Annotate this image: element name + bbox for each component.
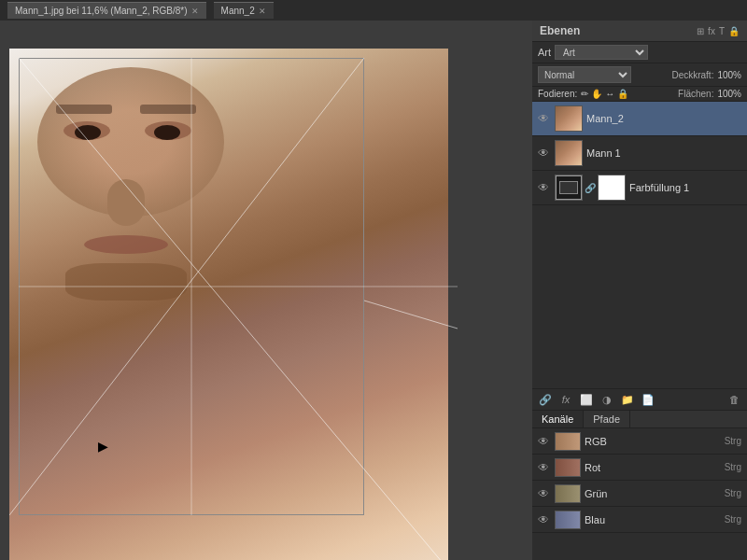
- toolbar-trash-icon[interactable]: 🗑: [726, 392, 741, 407]
- toolbar-fx-icon[interactable]: fx: [558, 392, 573, 407]
- channel-blau[interactable]: 👁 Blau Strg: [532, 507, 747, 533]
- channel-blau-shortcut: Strg: [725, 514, 741, 525]
- tab-mann2[interactable]: Mann_2 ✕: [214, 2, 274, 19]
- channel-rot-shortcut: Strg: [725, 462, 741, 472]
- layer-farbfuellung-thumbs: 🔗: [555, 175, 626, 201]
- fill-icon-brush[interactable]: ✏: [581, 89, 588, 99]
- layers-list: 👁 Mann_2 👁 Mann 1 👁: [532, 102, 747, 388]
- layer-farbfuellung-name: Farbfüllung 1: [629, 182, 741, 193]
- layers-icon-2[interactable]: fx: [708, 26, 715, 36]
- channel-blau-thumb: [555, 511, 581, 529]
- layer-mann2-thumbnail: [556, 106, 582, 131]
- toolbar-link-icon[interactable]: 🔗: [538, 392, 553, 407]
- layer-farbfuellung[interactable]: 👁 🔗 Farbfüllung 1: [532, 171, 747, 205]
- layer-mann1-visibility[interactable]: 👁: [538, 147, 551, 160]
- layers-panel-header: Ebenen ⊞ fx T 🔒: [532, 21, 747, 42]
- layers-icon-t[interactable]: T: [719, 26, 725, 36]
- channels-tabs: Kanäle Pfade: [532, 411, 747, 428]
- channel-rgb-visibility[interactable]: 👁: [538, 435, 551, 448]
- toolbar-adjustment-icon[interactable]: ◑: [599, 392, 614, 407]
- layers-icon-1[interactable]: ⊞: [697, 26, 704, 36]
- canvas-content: ▶: [9, 49, 448, 553]
- layer-farbfuellung-visibility[interactable]: 👁: [538, 181, 551, 194]
- channel-blau-visibility[interactable]: 👁: [538, 513, 551, 526]
- layers-toolbar: 🔗 fx ⬜ ◑ 📁 📄 🗑: [532, 388, 747, 411]
- toolbar-mask-icon[interactable]: ⬜: [579, 392, 594, 407]
- channel-rgb-name: RGB: [585, 436, 721, 447]
- jaw: [65, 263, 187, 301]
- channels-panel: Kanäle Pfade 👁 RGB Strg 👁 Rot Strg 👁: [532, 411, 747, 560]
- mouth: [84, 235, 168, 254]
- channel-gruen-name: Grün: [585, 488, 721, 499]
- layers-panel: Ebenen ⊞ fx T 🔒 Art Art Normal: [532, 21, 747, 411]
- layer-mann1-name: Mann 1: [586, 147, 741, 159]
- layer-mann2-visibility[interactable]: 👁: [538, 112, 551, 125]
- canvas-area[interactable]: ▶: [0, 21, 532, 560]
- layers-header-icons: ⊞ fx T 🔒: [697, 26, 740, 36]
- eyebrow-left: [56, 105, 112, 114]
- layer-mann1-thumbnail: [556, 141, 582, 165]
- channel-gruen[interactable]: 👁 Grün Strg: [532, 481, 747, 507]
- toolbar-new-icon[interactable]: 📄: [641, 392, 655, 407]
- right-panel: Ebenen ⊞ fx T 🔒 Art Art Normal: [532, 21, 747, 560]
- opacity-value: 100%: [717, 70, 741, 80]
- channel-rot-thumb: [555, 458, 581, 477]
- layer-chain-icon: 🔗: [585, 183, 596, 193]
- tab-mann1-label: Mann_1.jpg bei 11,6% (Mann_2, RGB/8*): [15, 6, 188, 16]
- blend-mode-select[interactable]: Normal: [538, 66, 631, 83]
- channel-rot[interactable]: 👁 Rot Strg: [532, 455, 747, 481]
- search-type-select[interactable]: Art: [555, 45, 648, 60]
- channel-gruen-shortcut: Strg: [725, 488, 741, 498]
- layer-farbfuellung-icon: [556, 175, 582, 200]
- search-bar: Art Art: [532, 42, 747, 63]
- channel-blau-name: Blau: [585, 514, 721, 525]
- layers-panel-title: Ebenen: [540, 24, 580, 37]
- fill-icon-move[interactable]: ↔: [605, 89, 614, 99]
- channel-rgb-thumb: [555, 432, 581, 451]
- fill-icon-finger[interactable]: ✋: [591, 89, 602, 99]
- channel-rot-name: Rot: [585, 462, 721, 473]
- channel-rgb[interactable]: 👁 RGB Strg: [532, 428, 747, 455]
- channel-rot-visibility[interactable]: 👁: [538, 461, 551, 474]
- eyebrow-right: [140, 105, 196, 114]
- layer-mann1[interactable]: 👁 Mann 1: [532, 136, 747, 171]
- layers-icon-lock[interactable]: 🔒: [728, 26, 740, 36]
- layer-mann2-name: Mann_2: [586, 113, 741, 124]
- tab-mann2-label: Mann_2: [221, 6, 255, 16]
- fodieren-label: Fodieren:: [538, 89, 577, 99]
- blend-opacity-row: Normal Deckkraft: 100%: [532, 63, 747, 87]
- channels-tab-kanale[interactable]: Kanäle: [532, 411, 584, 427]
- layer-farbfuellung-thumb2: [598, 175, 626, 201]
- layer-farbfuellung-white: [599, 175, 625, 200]
- nose: [107, 179, 145, 226]
- fill-layer-icon: [559, 181, 578, 194]
- channels-tab-pfade[interactable]: Pfade: [584, 411, 630, 427]
- layer-mann1-thumb: [555, 140, 583, 166]
- tab-mann1-close[interactable]: ✕: [191, 7, 199, 16]
- tab-mann2-close[interactable]: ✕: [259, 7, 266, 16]
- channel-rgb-shortcut: Strg: [725, 436, 741, 446]
- toolbar-folder-icon[interactable]: 📁: [620, 392, 635, 407]
- photo-background: [9, 49, 448, 560]
- fill-icons: ✏ ✋ ↔ 🔒: [581, 89, 628, 99]
- fill-value: 100%: [717, 89, 741, 99]
- eye-left: [75, 125, 101, 140]
- fill-icon-lock[interactable]: 🔒: [617, 89, 628, 99]
- search-dropdown-label: Art: [538, 47, 551, 58]
- channel-gruen-thumb: [555, 484, 581, 503]
- title-bar: Mann_1.jpg bei 11,6% (Mann_2, RGB/8*) ✕ …: [0, 0, 747, 21]
- layer-mann2[interactable]: 👁 Mann_2: [532, 102, 747, 136]
- main-layout: ▶ Ebenen ⊞ fx T 🔒 Art Art: [0, 21, 747, 560]
- opacity-label: Deckkraft:: [671, 70, 713, 80]
- tab-mann1[interactable]: Mann_1.jpg bei 11,6% (Mann_2, RGB/8*) ✕: [7, 2, 206, 19]
- layer-farbfuellung-thumb1: [555, 175, 583, 201]
- channel-gruen-visibility[interactable]: 👁: [538, 487, 551, 500]
- layer-mann2-thumb: [555, 105, 583, 132]
- fill-row: Fodieren: ✏ ✋ ↔ 🔒 Flächen: 100%: [532, 87, 747, 102]
- eye-right: [154, 125, 180, 140]
- fill-label: Flächen:: [678, 89, 713, 99]
- photo-layer: [9, 49, 448, 560]
